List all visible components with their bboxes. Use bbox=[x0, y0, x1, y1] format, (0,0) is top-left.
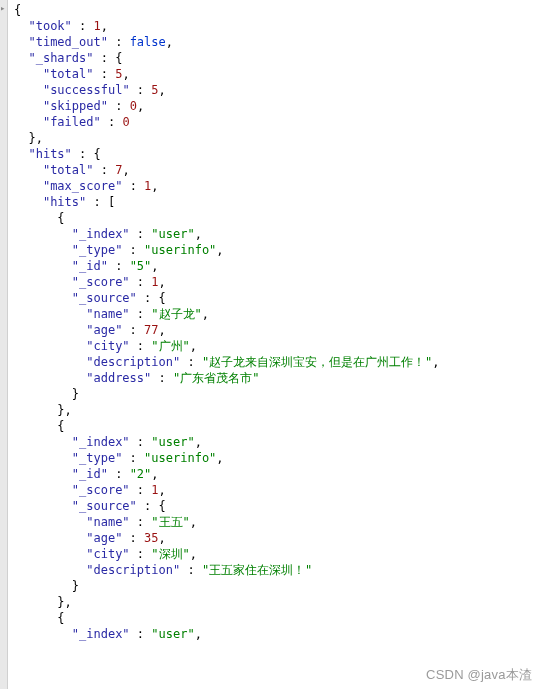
hit2-index: user bbox=[159, 627, 188, 641]
took-value: 1 bbox=[94, 19, 101, 33]
json-code-block: { "took" : 1, "timed_out" : false, "_sha… bbox=[0, 0, 540, 642]
hit0-address: 广东省茂名市 bbox=[180, 371, 252, 385]
hit0-name: 赵子龙 bbox=[159, 307, 195, 321]
shards-successful: 5 bbox=[151, 83, 158, 97]
hit1-score: 1 bbox=[151, 483, 158, 497]
hit1-name: 王五 bbox=[159, 515, 183, 529]
hit1-age: 35 bbox=[144, 531, 158, 545]
watermark: CSDN @java本渣 bbox=[426, 667, 532, 683]
hit0-city: 广州 bbox=[159, 339, 183, 353]
hit0-score: 1 bbox=[151, 275, 158, 289]
hit1-index: user bbox=[159, 435, 188, 449]
shards-skipped: 0 bbox=[130, 99, 137, 113]
hit1-id: 2 bbox=[137, 467, 144, 481]
hit0-type: userinfo bbox=[151, 243, 209, 257]
gutter: ▸ bbox=[0, 0, 8, 689]
hit1-description: 王五家住在深圳！ bbox=[209, 563, 305, 577]
hit1-city: 深圳 bbox=[159, 547, 183, 561]
hit0-index: user bbox=[159, 227, 188, 241]
shards-failed: 0 bbox=[122, 115, 129, 129]
timed-out-value: false bbox=[130, 35, 166, 49]
fold-marker-icon: ▸ bbox=[0, 1, 5, 17]
hit0-age: 77 bbox=[144, 323, 158, 337]
hit0-description: 赵子龙来自深圳宝安，但是在广州工作！ bbox=[209, 355, 425, 369]
hit0-id: 5 bbox=[137, 259, 144, 273]
hit1-type: userinfo bbox=[151, 451, 209, 465]
